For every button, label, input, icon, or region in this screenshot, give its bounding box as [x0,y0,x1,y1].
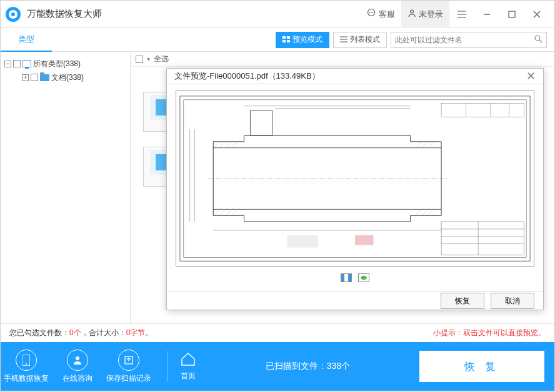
svg-line-46 [417,140,423,147]
svg-line-38 [214,140,221,147]
modal-overlay: 文件预览-File0000051.pdf（133.49KB） ✕ [1,1,554,391]
svg-line-50 [422,208,429,214]
preview-modal: 文件预览-File0000051.pdf（133.49KB） ✕ [166,68,544,310]
svg-rect-53 [250,110,272,135]
close-icon[interactable]: ✕ [526,69,536,83]
svg-line-47 [422,140,429,147]
zoom-fit-button[interactable] [341,273,352,282]
svg-line-43 [221,208,227,214]
modal-cancel-button[interactable]: 取消 [491,293,534,309]
svg-line-44 [227,208,233,214]
svg-line-39 [221,140,227,147]
svg-line-48 [429,140,435,147]
modal-title: 文件预览-File0000051.pdf（133.49KB） [174,71,320,82]
svg-rect-58 [288,235,318,248]
svg-line-49 [417,208,423,214]
svg-line-51 [429,208,435,214]
svg-line-42 [214,208,221,214]
zoom-controls [176,270,534,285]
modal-footer: 恢复 取消 [167,292,543,310]
modal-body [167,84,543,292]
modal-recover-button[interactable]: 恢复 [441,293,484,309]
modal-header: 文件预览-File0000051.pdf（133.49KB） ✕ [167,69,543,84]
svg-line-41 [233,140,239,147]
svg-rect-57 [355,235,374,245]
svg-rect-27 [441,222,524,255]
svg-rect-32 [441,104,524,117]
zoom-actual-button[interactable] [358,273,369,282]
svg-line-45 [233,208,239,214]
svg-line-40 [227,140,233,147]
pdf-preview-drawing [176,91,534,267]
